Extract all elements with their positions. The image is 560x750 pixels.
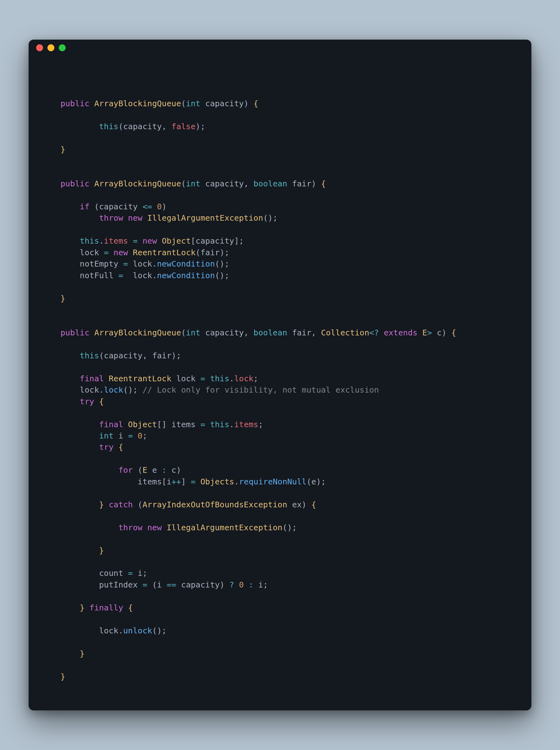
code-token [287,328,292,337]
code-token [104,374,109,383]
code-token: ) [312,179,321,188]
code-token: items [172,420,196,429]
code-token: ) [220,580,229,589]
code-token: = [118,271,123,280]
code-token: ( [118,122,123,131]
code-token [133,431,138,440]
code-token [234,580,239,589]
code-token: ( [181,328,186,337]
code-token: Object [128,420,157,429]
code-token: { [321,179,326,188]
code-token: ) [162,202,166,211]
code-token: E [142,465,147,475]
code-token: notFull [80,271,114,280]
code-token: = [128,431,133,440]
code-token: capacity [99,202,138,211]
code-token [133,465,138,475]
titlebar [28,40,532,56]
code-token: lock [133,259,152,269]
code-token: { [312,500,316,509]
code-token [254,580,258,589]
code-token [114,431,118,440]
code-token [41,603,80,612]
zoom-icon[interactable] [59,44,66,51]
close-icon[interactable] [36,44,43,51]
code-token: Collection [321,328,369,337]
code-token [41,431,99,440]
code-token [41,328,60,337]
code-token [147,465,152,475]
code-token: { [118,442,123,452]
code-token [200,99,205,108]
code-token: capacity [123,122,162,131]
code-token: try [80,397,94,406]
code-token: public [60,179,89,188]
code-token: public [60,99,89,108]
code-token: (); [282,523,297,532]
code-token: lock [80,385,99,394]
code-token: { [451,328,456,337]
code-token [138,580,142,589]
code-token: . [152,259,157,269]
code-token [142,523,147,532]
code-token: ( [181,99,186,108]
code-token [200,328,205,337]
code-token: // Lock only for visibility, not mutual … [142,385,379,394]
code-token: ]; [234,236,244,245]
code-token: i [166,477,171,486]
code-token: catch [109,500,133,509]
code-token: <? [369,328,379,337]
code-token: ( [181,179,186,188]
code-token [41,99,60,108]
code-token: ] [181,477,191,486]
code-token: ) [244,99,254,108]
code-token [205,420,210,429]
code-token: : [162,465,166,475]
code-token: ); [196,122,205,131]
code-token: capacity [196,236,234,245]
code-token: } [80,649,84,658]
code-token: . [99,236,104,245]
code-token: items [104,236,128,245]
code-token [123,568,128,578]
code-token: , [244,328,254,337]
code-token: (); [152,626,166,635]
code-token: ; [142,568,147,578]
code-token: { [254,99,258,108]
code-token: new [114,248,128,257]
code-token [128,248,133,257]
minimize-icon[interactable] [47,44,54,51]
code-token: int [186,179,200,188]
code-token: . [152,271,157,280]
code-token [41,259,80,269]
code-token [109,248,114,257]
code-token: e [312,477,316,486]
code-token: } [80,603,84,612]
code-token: i [118,431,123,440]
code-token [123,271,133,280]
code-token: ) [176,465,181,475]
code-token [152,202,157,211]
code-token: lock [99,626,118,635]
code-token [157,465,162,475]
code-token [41,397,80,406]
code-token: ArrayBlockingQueue [94,99,181,108]
code-token [418,328,422,337]
code-token: : [248,580,253,589]
code-token: count [99,568,123,578]
code-token [41,523,118,532]
code-token: <= [142,202,152,211]
code-token [287,179,292,188]
code-token [123,213,128,222]
code-token [138,202,142,211]
code-token: > [427,328,432,337]
code-token [41,465,118,475]
code-token: ++ [172,477,181,486]
code-token: notEmpty [80,259,118,269]
code-token: (); [263,213,278,222]
code-token: new [128,213,142,222]
code-token [142,213,147,222]
code-token: boolean [254,179,287,188]
code-token: } [60,144,65,154]
code-token: = [142,580,147,589]
